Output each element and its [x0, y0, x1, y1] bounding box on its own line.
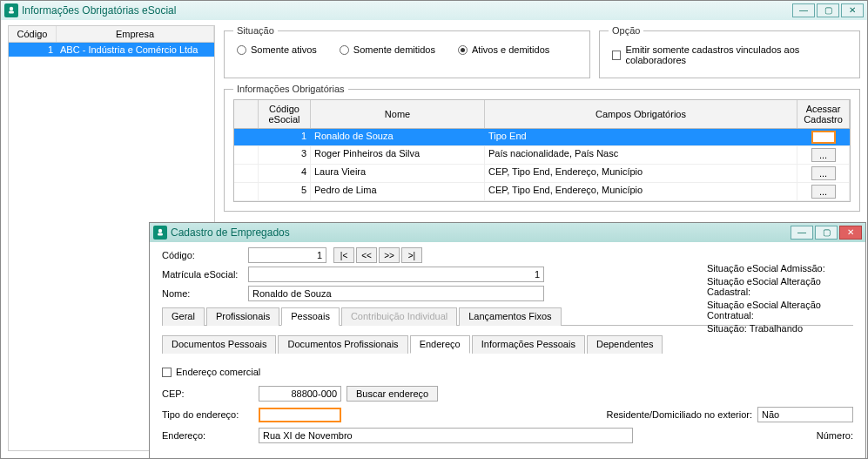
codigo-field[interactable]: 1: [248, 247, 326, 263]
cell-code: 5: [259, 183, 311, 200]
buscar-endereco-button[interactable]: Buscar endereço: [347, 386, 438, 402]
info-obrigatorias-group: Informações Obrigatórias Código eSocial …: [224, 84, 860, 212]
acessar-button[interactable]: ...: [811, 166, 836, 180]
nome-label: Nome:: [162, 288, 245, 299]
nav-next[interactable]: >>: [379, 247, 400, 263]
cell-campos: País nacionalidade, País Nasc: [485, 146, 797, 164]
endereco-field[interactable]: Rua XI de Novembro: [259, 428, 633, 443]
matricula-label: Matrícula eSocial:: [162, 269, 245, 280]
col-header-mark[interactable]: [234, 100, 259, 128]
svg-point-0: [10, 7, 13, 10]
opcao-legend: Opção: [609, 25, 643, 36]
radio-label: Somente ativos: [251, 44, 317, 55]
col-header-empresa[interactable]: Empresa: [57, 26, 214, 42]
checkbox-endereco-comercial[interactable]: Endereço comercial: [162, 363, 264, 381]
empresa-row-name: ABC - Indústria e Comércio Ltda: [57, 43, 214, 57]
cell-campos: CEP, Tipo End, Endereço, Município: [485, 165, 797, 182]
cell-code: 4: [259, 165, 311, 182]
empresa-row-code: 1: [9, 43, 57, 57]
status-contratual: Situação eSocial Alteração Contratual:: [707, 300, 865, 321]
col-header-codigo[interactable]: Código: [9, 26, 57, 42]
cell-nome: Pedro de Lima: [311, 183, 485, 200]
cell-nome: Laura Vieira: [311, 165, 485, 182]
svg-rect-3: [158, 233, 163, 236]
checkbox-label: Endereço comercial: [176, 367, 260, 377]
nav-prev[interactable]: <<: [356, 247, 377, 263]
tab-pessoais[interactable]: Pessoais: [281, 307, 340, 326]
window-title: Informações Obrigatórias eSocial: [22, 4, 176, 17]
subtab-informacoes-pessoais[interactable]: Informações Pessoais: [472, 335, 585, 354]
svg-rect-1: [9, 11, 14, 14]
cell-nome: Ronaldo de Souza: [311, 129, 485, 145]
radio-label: Ativos e demitidos: [472, 44, 549, 55]
sub-tabs: Documentos Pessoais Documentos Profissio…: [162, 334, 853, 353]
col-header-nome[interactable]: Nome: [311, 100, 485, 128]
info-grid: Código eSocial Nome Campos Obrigatórios …: [233, 99, 851, 202]
radio-label: Somente demitidos: [353, 44, 435, 55]
checkbox-label: Emitir somente cadastros vinculados aos …: [625, 44, 847, 65]
minimize-button[interactable]: —: [792, 3, 815, 17]
tab-lancamentos[interactable]: Lançamentos Fixos: [459, 307, 561, 326]
nome-field[interactable]: Ronaldo de Souza: [248, 286, 544, 301]
cep-field[interactable]: 88800-000: [259, 386, 341, 402]
maximize-button[interactable]: ▢: [815, 226, 838, 240]
status-block: Situação eSocial Admissão: Situação eSoc…: [707, 263, 865, 334]
subtab-endereco[interactable]: Endereço: [410, 335, 470, 354]
residente-field[interactable]: Não: [757, 407, 853, 422]
acessar-button[interactable]: ...: [811, 148, 836, 162]
numero-label: Número:: [817, 430, 853, 441]
nav-last[interactable]: >|: [401, 247, 422, 263]
tipo-endereco-field[interactable]: [259, 408, 341, 422]
subtab-documentos-profissionais[interactable]: Documentos Profissionais: [278, 335, 407, 354]
matricula-field[interactable]: 1: [248, 267, 544, 282]
cell-campos: Tipo End: [485, 129, 797, 145]
col-header-codigo-esocial[interactable]: Código eSocial: [259, 100, 311, 128]
window-title: Cadastro de Empregados: [171, 226, 290, 239]
cell-nome: Roger Pinheiros da Silva: [311, 146, 485, 164]
situacao-legend: Situação: [233, 25, 278, 36]
svg-point-2: [158, 229, 162, 233]
nav-first[interactable]: |<: [333, 247, 354, 263]
cell-campos: CEP, Tipo End, Endereço, Município: [485, 183, 797, 200]
tab-profissionais[interactable]: Profissionais: [206, 307, 279, 326]
checkbox-emitir-somente[interactable]: Emitir somente cadastros vinculados aos …: [609, 41, 851, 69]
acessar-button[interactable]: [811, 131, 836, 144]
radio-ativos-e-demitidos[interactable]: Ativos e demitidos: [458, 44, 549, 55]
empresa-row[interactable]: 1 ABC - Indústria e Comércio Ltda: [9, 43, 214, 57]
col-header-campos[interactable]: Campos Obrigatórios: [485, 100, 797, 128]
app-icon: [4, 3, 18, 17]
codigo-label: Código:: [162, 250, 245, 260]
cep-label: CEP:: [162, 388, 253, 399]
radio-somente-ativos[interactable]: Somente ativos: [237, 44, 317, 55]
maximize-button[interactable]: ▢: [817, 3, 839, 17]
subtab-dependentes[interactable]: Dependentes: [587, 335, 663, 354]
grid-row[interactable]: 5 Pedro de Lima CEP, Tipo End, Endereço,…: [234, 183, 850, 201]
info-legend: Informações Obrigatórias: [233, 84, 348, 94]
status-cadastral: Situação eSocial Alteração Cadastral:: [707, 276, 865, 297]
titlebar[interactable]: Cadastro de Empregados — ▢ ✕: [150, 223, 865, 242]
subtab-documentos-pessoais[interactable]: Documentos Pessoais: [162, 335, 276, 354]
status-admissao: Situação eSocial Admissão:: [707, 263, 865, 273]
status-situacao: Situação: Trabalhando: [707, 323, 865, 334]
cell-code: 3: [259, 146, 311, 164]
close-button[interactable]: ✕: [839, 226, 862, 240]
minimize-button[interactable]: —: [791, 226, 813, 240]
grid-row[interactable]: 4 Laura Vieira CEP, Tipo End, Endereço, …: [234, 165, 850, 183]
cell-code: 1: [259, 129, 311, 145]
grid-row[interactable]: 1 Ronaldo de Souza Tipo End: [234, 129, 850, 146]
situacao-group: Situação Somente ativos Somente demitido…: [224, 25, 590, 78]
tab-geral[interactable]: Geral: [162, 307, 205, 326]
titlebar[interactable]: Informações Obrigatórias eSocial — ▢ ✕: [1, 1, 867, 20]
endereco-label: Endereço:: [162, 430, 253, 441]
col-header-acessar[interactable]: Acessar Cadastro: [797, 100, 850, 128]
acessar-button[interactable]: ...: [811, 185, 836, 199]
tab-contribuicao: Contribuição Individual: [341, 307, 457, 326]
residente-label: Residente/Domiciliado no exterior:: [606, 409, 752, 420]
app-icon: [153, 226, 167, 240]
opcao-group: Opção Emitir somente cadastros vinculado…: [599, 25, 860, 78]
grid-row[interactable]: 3 Roger Pinheiros da Silva País nacional…: [234, 146, 850, 165]
tipo-endereco-label: Tipo do endereço:: [162, 409, 253, 420]
close-button[interactable]: ✕: [841, 3, 864, 17]
radio-somente-demitidos[interactable]: Somente demitidos: [340, 44, 435, 55]
